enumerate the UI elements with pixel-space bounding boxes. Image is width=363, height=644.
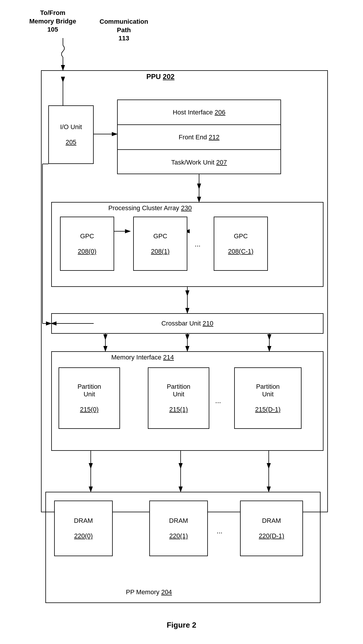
gpc-c1-box: GPC 208(C-1): [214, 217, 268, 271]
io-unit-box: I/O Unit 205: [48, 105, 94, 164]
diagram: To/From Memory Bridge 105 Communication …: [0, 0, 363, 644]
pu-0-box: Partition Unit 215(0): [59, 367, 120, 429]
gpc-0-box: GPC 208(0): [60, 217, 114, 271]
dram-d1-box: DRAM 220(D-1): [240, 501, 303, 556]
dram-1-box: DRAM 220(1): [149, 501, 208, 556]
crossbar-box: Crossbar Unit 210: [51, 313, 323, 334]
gpc-1-box: GPC 208(1): [133, 217, 187, 271]
ppu-label: PPU 202: [146, 73, 174, 81]
memory-interface-label: Memory Interface 214: [111, 354, 174, 361]
dram-0-box: DRAM 220(0): [54, 501, 113, 556]
hi-container: Host Interface 206 Front End 212 Task/Wo…: [117, 100, 281, 174]
memory-bridge-label: To/From Memory Bridge 105: [29, 9, 76, 34]
gpc-dots: ...: [195, 240, 201, 248]
pu-d1-box: Partition Unit 215(D-1): [234, 367, 302, 429]
pca-label: Processing Cluster Array 230: [108, 204, 192, 212]
figure-label: Figure 2: [0, 621, 363, 630]
comm-path-label: Communication Path 113: [100, 18, 148, 43]
pu-dots: ...: [215, 397, 221, 405]
host-interface-row: Host Interface 206: [118, 100, 280, 125]
task-work-row: Task/Work Unit 207: [118, 150, 280, 175]
pu-1-box: Partition Unit 215(1): [148, 367, 209, 429]
front-end-row: Front End 212: [118, 125, 280, 150]
dram-dots: ...: [217, 527, 222, 535]
pp-memory-label: PP Memory 204: [126, 588, 172, 596]
